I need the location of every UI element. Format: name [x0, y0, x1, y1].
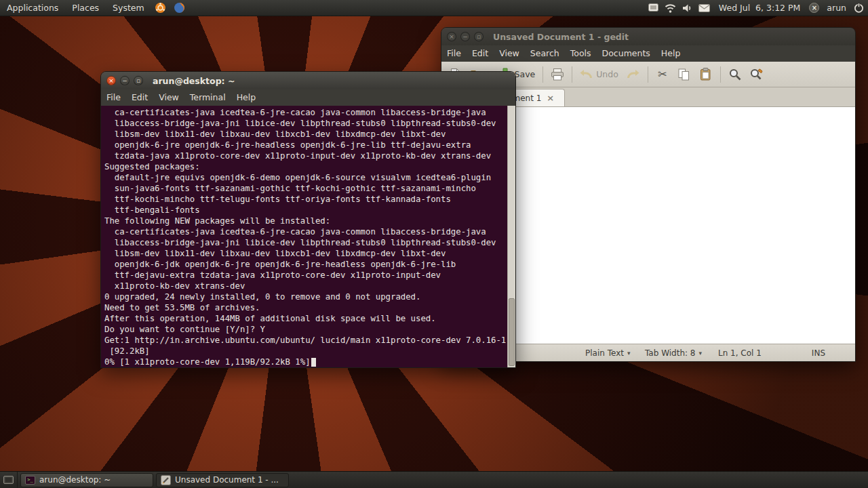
terminal-line: Get:1 http://in.archive.ubuntu.com/ubunt…: [104, 335, 515, 346]
terminal-line: libsm-dev libx11-dev libxau-dev libxcb1-…: [104, 248, 515, 259]
terminal-line: Need to get 53.5MB of archives.: [104, 302, 515, 313]
tab-width-selector[interactable]: Tab Width: 8 ▾: [645, 344, 702, 362]
ubuntu-logo-launcher[interactable]: [154, 1, 167, 15]
maximize-button[interactable]: ▫: [134, 76, 143, 85]
maximize-icon: ▫: [477, 34, 481, 40]
maximize-button[interactable]: ▫: [474, 32, 484, 41]
terminal-line: sun-java6-fonts ttf-sazanami-gothic ttf-…: [104, 183, 515, 194]
paste-button[interactable]: [696, 64, 716, 85]
tab-close-icon[interactable]: ×: [547, 94, 554, 102]
menu-view[interactable]: View: [494, 45, 525, 62]
minimize-icon: −: [122, 78, 127, 84]
menu-file[interactable]: File: [441, 45, 467, 62]
search-icon: [729, 68, 741, 81]
taskbar-item-gedit[interactable]: Unsaved Document 1 - ...: [156, 473, 289, 487]
language-selector[interactable]: Plain Text ▾: [585, 344, 630, 362]
print-button[interactable]: [547, 64, 568, 85]
terminal-menubar: File Edit View Terminal Help: [101, 89, 515, 106]
wifi-icon[interactable]: [665, 0, 676, 16]
undo-button[interactable]: Undo: [576, 64, 622, 85]
minimize-button[interactable]: −: [120, 76, 130, 85]
menu-view[interactable]: View: [153, 89, 184, 106]
terminal-line: x11proto-kb-dev xtrans-dev: [104, 281, 515, 291]
terminal-output[interactable]: ca-certificates-java icedtea-6-jre-cacao…: [101, 106, 515, 367]
terminal-scrollbar[interactable]: [507, 106, 515, 367]
firefox-icon: [174, 2, 185, 14]
terminal-line: tzdata-java x11proto-core-dev x11proto-i…: [104, 150, 515, 161]
menu-documents[interactable]: Documents: [597, 45, 656, 62]
paste-icon: [700, 68, 711, 81]
window-title: Unsaved Document 1 - gedit: [493, 32, 629, 42]
clock[interactable]: Wed Jul 6, 3:12 PM: [716, 3, 804, 13]
terminal-line-text: 0% [1 x11proto-core-dev 1,119B/92.2kB 1%…: [104, 357, 311, 367]
maximize-icon: ▫: [136, 78, 140, 84]
show-desktop-icon: [3, 476, 14, 485]
cut-button[interactable]: ✂: [652, 64, 673, 85]
save-label: Save: [515, 69, 536, 79]
bottom-panel: >_ arun@desktop: ~ Unsaved Document 1 - …: [0, 471, 868, 488]
terminal-line: libsm-dev libx11-dev libxau-dev libxcb1-…: [104, 129, 515, 140]
display-icon[interactable]: [648, 0, 658, 16]
terminal-cursor: [311, 358, 316, 367]
close-button[interactable]: ×: [447, 32, 456, 41]
mail-icon[interactable]: [698, 0, 710, 16]
terminal-line: default-jre equivs openjdk-6-demo openjd…: [104, 172, 515, 183]
window-title: arun@desktop: ~: [153, 76, 235, 86]
undo-icon: [580, 69, 593, 79]
terminal-line: ttf-dejavu-extra tzdata-java x11proto-co…: [104, 270, 515, 281]
menu-help[interactable]: Help: [231, 89, 262, 106]
taskbar-item-terminal[interactable]: >_ arun@desktop: ~: [20, 473, 153, 487]
menu-search[interactable]: Search: [525, 45, 565, 62]
terminal-line: After this operation, 144MB of additiona…: [104, 313, 515, 324]
terminal-line: Suggested packages:: [104, 161, 515, 172]
user-status-icon[interactable]: ×: [809, 3, 819, 13]
find-replace-icon: [750, 68, 763, 81]
chevron-down-icon: ▾: [627, 350, 631, 357]
terminal-line: Do you want to continue [Y/n]? Y: [104, 324, 515, 335]
volume-icon[interactable]: [682, 0, 692, 16]
system-menu[interactable]: System: [106, 0, 151, 16]
toolbar-separator: [542, 66, 543, 83]
scrollbar-thumb[interactable]: [509, 298, 515, 366]
terminal-window[interactable]: × − ▫ arun@desktop: ~ File Edit View Ter…: [100, 71, 516, 368]
terminal-line: openjdk-6-jre openjdk-6-jre-headless ope…: [104, 140, 515, 150]
firefox-launcher[interactable]: [173, 1, 186, 15]
terminal-line: ca-certificates-java icedtea-6-jre-cacao…: [104, 107, 515, 118]
terminal-line: [92.2kB]: [104, 346, 515, 357]
places-menu[interactable]: Places: [65, 0, 106, 16]
menu-file[interactable]: File: [101, 89, 126, 106]
redo-button[interactable]: [623, 64, 644, 85]
tab-width-label: Tab Width: 8: [645, 348, 695, 358]
terminal-line: libaccess-bridge-java-jni libice-dev lib…: [104, 118, 515, 129]
find-button[interactable]: [725, 64, 745, 85]
terminal-line: ttf-bengali-fonts: [104, 205, 515, 216]
terminal-line: ttf-kochi-mincho ttf-telugu-fonts ttf-or…: [104, 194, 515, 205]
terminal-line: 0% [1 x11proto-core-dev 1,119B/92.2kB 1%…: [104, 357, 515, 367]
close-button[interactable]: ×: [106, 76, 116, 85]
overwrite-mode: INS: [812, 344, 825, 362]
applications-menu[interactable]: Applications: [0, 0, 65, 16]
offline-x-glyph: ×: [812, 5, 817, 12]
redo-icon: [627, 69, 639, 79]
menu-help[interactable]: Help: [656, 45, 686, 62]
terminal-line: ca-certificates-java icedtea-6-jre-cacao…: [104, 226, 515, 237]
top-panel: Applications Places System Wed Jul 6, 3:…: [0, 0, 868, 16]
copy-icon: [678, 68, 690, 81]
terminal-line: 0 upgraded, 24 newly installed, 0 to rem…: [104, 291, 515, 302]
copy-button[interactable]: [674, 64, 694, 85]
minimize-button[interactable]: −: [460, 32, 470, 41]
cursor-position-label: Ln 1, Col 1: [718, 348, 762, 358]
power-icon[interactable]: [854, 0, 864, 16]
menu-tools[interactable]: Tools: [565, 45, 597, 62]
replace-button[interactable]: [747, 64, 767, 85]
menu-edit[interactable]: Edit: [467, 45, 494, 62]
menu-edit[interactable]: Edit: [126, 89, 153, 106]
close-icon: ×: [108, 78, 114, 84]
gedit-titlebar[interactable]: × − ▫ Unsaved Document 1 - gedit: [441, 28, 855, 45]
show-desktop-button[interactable]: [0, 472, 18, 488]
chevron-down-icon: ▾: [698, 350, 702, 357]
menu-terminal[interactable]: Terminal: [184, 89, 231, 106]
user-menu[interactable]: arun: [825, 3, 848, 13]
terminal-titlebar[interactable]: × − ▫ arun@desktop: ~: [101, 72, 515, 89]
undo-label: Undo: [596, 69, 618, 79]
